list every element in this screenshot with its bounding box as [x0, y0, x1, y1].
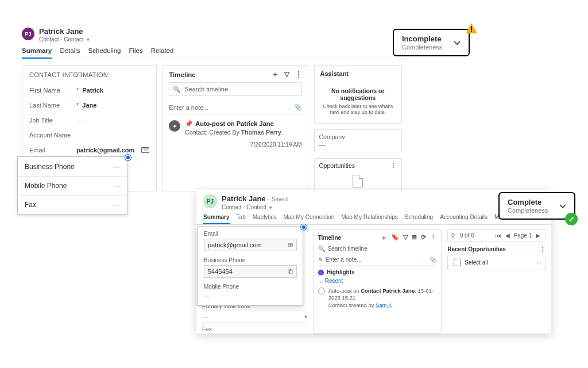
bookmark-icon[interactable]: 🔖	[391, 233, 399, 242]
add-icon[interactable]: ＋	[272, 70, 278, 79]
tab-summary[interactable]: Summary	[203, 214, 230, 224]
tab-related[interactable]: Related	[151, 47, 174, 59]
field-last-name[interactable]: Last Name * Jane	[29, 98, 149, 113]
timeline-card: Timeline ＋ 🔖 ▽ ≣ ⟳ ⋮ 🔍 Search timeline	[313, 229, 442, 334]
document-icon	[353, 175, 363, 187]
mail-icon[interactable]: ✉	[288, 241, 293, 249]
tab-map-my-relationships[interactable]: Map My Relationships	[341, 214, 397, 224]
timeline-post-date: 7/26/2020 11:19 AM	[169, 141, 301, 148]
field-email[interactable]: Email patrick@gmail.com	[29, 143, 149, 158]
recent-opportunities-header: Recent Opportunities	[447, 246, 506, 252]
timeline-search[interactable]: 🔍 Search timeline	[318, 246, 437, 252]
field-mobile-phone[interactable]: Mobile Phone---	[18, 176, 127, 195]
edit-fields-popover: Email patrick@gmail.com✉ Business Phone …	[198, 227, 303, 306]
pager-next-icon[interactable]: ▶	[536, 232, 540, 239]
recent-opportunities-card: Recent Opportunities ⋮ Select all ↑↓	[447, 246, 546, 270]
opportunities-card[interactable]: Opportunities⋮	[314, 158, 402, 191]
tab-scheduling[interactable]: Scheduling	[88, 47, 121, 59]
pager-prev-icon[interactable]: ◀	[505, 232, 510, 239]
timeline-highlights[interactable]: Highlights	[318, 269, 437, 275]
pin-icon: 📌	[185, 120, 193, 127]
tab-accounting-details[interactable]: Accounting Details	[440, 214, 488, 224]
field-fax-label: Fax	[202, 326, 307, 332]
sort-icon[interactable]: ↑↓	[536, 259, 541, 266]
assistant-title: No notifications or suggestions	[320, 87, 396, 101]
check-circle-icon: ✓	[565, 213, 578, 225]
search-icon: 🔍	[173, 86, 181, 93]
more-icon[interactable]: ⋮	[430, 233, 436, 242]
edit-icon: ✎	[318, 256, 323, 263]
tab-files[interactable]: Files	[129, 47, 142, 59]
saved-indicator: - Saved	[268, 196, 288, 202]
attachment-icon[interactable]: 📎	[294, 103, 302, 111]
breadcrumb: Contact·Contact ▾	[222, 204, 288, 210]
company-card[interactable]: Company ---	[314, 129, 402, 152]
refresh-icon[interactable]: ⟳	[421, 233, 426, 242]
svg-rect-1	[471, 31, 472, 32]
field-email[interactable]: Email patrick@gmail.com✉	[198, 227, 303, 254]
tab-maplytics[interactable]: Maplytics	[253, 214, 277, 224]
pager-count: 0 - 0 of 0	[451, 232, 474, 239]
filter-icon[interactable]: ▽	[284, 70, 289, 79]
timeline-post[interactable]: Auto-post on Contact Patrick Jane: 13-01…	[318, 288, 437, 309]
add-icon[interactable]: ＋	[381, 233, 387, 242]
pager-first-icon[interactable]: ⏮	[496, 232, 501, 239]
timeline-header: Timeline	[169, 71, 195, 78]
field-business-phone[interactable]: Business Phone 5445454✆	[198, 254, 303, 280]
timeline-card: Timeline ＋ ▽ ⋮ 🔍 Search timeline Enter a…	[163, 65, 308, 191]
chevron-down-icon[interactable]	[558, 201, 567, 210]
timeline-post[interactable]: ✦ 📌Auto-post on Patrick Jane Contact: Cr…	[169, 120, 301, 136]
svg-rect-0	[471, 26, 472, 30]
tab-scheduling[interactable]: Scheduling	[405, 214, 433, 224]
required-icon: *	[76, 87, 79, 94]
select-all-row[interactable]: Select all ↑↓	[447, 255, 546, 270]
pager: 0 - 0 of 0 ⏮ ◀ Page 1 ▶	[447, 229, 546, 241]
assistant-card: Assistant No notifications or suggestion…	[314, 65, 402, 124]
search-icon: 🔍	[318, 246, 325, 252]
tab-details[interactable]: Details	[60, 47, 80, 59]
tab-summary[interactable]: Summary	[22, 47, 52, 59]
field-fax[interactable]: Fax---	[18, 195, 127, 214]
avatar: PJ	[22, 28, 34, 40]
field-timezone[interactable]: --- ▾	[202, 310, 307, 323]
tab-tab[interactable]: Tab	[237, 214, 246, 224]
autopost-icon	[318, 288, 325, 294]
sparkle-icon	[318, 270, 324, 275]
assistant-header: Assistant	[320, 70, 396, 77]
more-icon[interactable]: ⋮	[295, 70, 302, 79]
timeline-note-input[interactable]: ✎ Enter a note... 📎	[318, 256, 437, 266]
callout-anchor-dot	[301, 224, 307, 230]
field-mobile-phone[interactable]: Mobile Phone ---	[198, 280, 303, 305]
timeline-note-input[interactable]: Enter a note... 📎	[169, 101, 301, 114]
field-job-title[interactable]: Job Title ---	[29, 113, 149, 128]
chevron-down-icon[interactable]: ▾	[87, 37, 90, 43]
phone-icon[interactable]: ✆	[288, 268, 293, 275]
filter-icon[interactable]: ▽	[403, 233, 408, 242]
completeness-badge-incomplete[interactable]: Incomplete Completeness	[393, 29, 470, 56]
list-icon[interactable]: ≣	[412, 233, 417, 242]
attachment-icon[interactable]: 📎	[430, 256, 436, 263]
assistant-sub: Check back later to see what's new and s…	[320, 103, 396, 115]
tab-map-my-connection[interactable]: Map My Connection	[283, 214, 334, 224]
more-icon[interactable]: ⋮	[540, 246, 546, 252]
chevron-down-icon: ⌄	[318, 278, 323, 284]
header: PJ Patrick Jane Contact·Contact ▾	[16, 25, 408, 44]
mail-icon[interactable]	[141, 147, 149, 153]
field-first-name[interactable]: First Name * Patrick	[29, 83, 149, 98]
select-all-checkbox[interactable]	[454, 259, 461, 266]
field-business-phone[interactable]: Business Phone---	[18, 157, 127, 176]
breadcrumb: Contact·Contact ▾	[39, 36, 90, 43]
required-icon: *	[76, 102, 79, 109]
chevron-down-icon[interactable]: ▾	[304, 313, 307, 320]
more-icon[interactable]: ⋮	[390, 162, 397, 169]
timeline-search[interactable]: 🔍 Search timeline	[169, 82, 301, 96]
completeness-badge-complete[interactable]: Complete Completeness	[498, 192, 575, 220]
timeline-recent-toggle[interactable]: ⌄ Recent	[318, 278, 437, 284]
chevron-down-icon[interactable]	[452, 38, 462, 47]
field-account-name[interactable]: Account Name	[29, 128, 149, 143]
missing-fields-popover: Business Phone--- Mobile Phone--- Fax---	[17, 156, 127, 214]
pager-page-label: Page 1	[514, 232, 532, 239]
chevron-down-icon[interactable]: ▾	[269, 205, 272, 210]
tabs: Summary Details Scheduling Files Related	[16, 44, 408, 59]
section-header: CONTACT INFORMATION	[29, 71, 149, 78]
